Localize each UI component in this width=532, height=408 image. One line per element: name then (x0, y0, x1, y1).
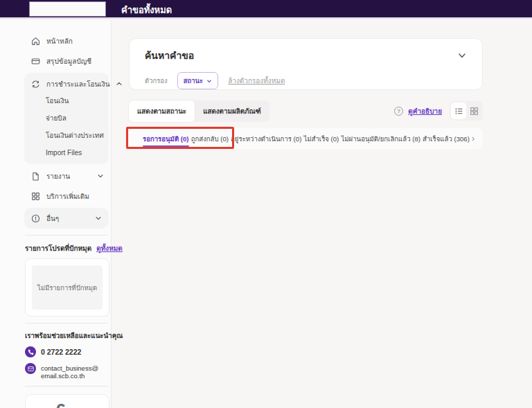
favorites-title: รายการโปรดที่ปักหมุด (25, 243, 91, 254)
sidebar-divider (25, 386, 108, 387)
sidebar-item-payments-transfers[interactable]: การชำระและโอนเงิน (24, 76, 109, 92)
logo-placeholder (29, 1, 106, 17)
tab-unsuccessful[interactable]: ไม่สำเร็จ (0) (303, 128, 339, 149)
status-tabs: รอการอนุมัติ (0) ถูกส่งกลับ (0) อยู่ระหว… (129, 128, 483, 149)
page-title: คำขอทั้งหมด (121, 3, 172, 17)
sidebar-subitem-label: จ่ายบิล (46, 113, 66, 123)
sidebar-subitem-transfer[interactable]: โอนเงิน (24, 92, 109, 109)
sidebar-divider (25, 323, 108, 323)
phone-number: 0 2722 2222 (41, 346, 81, 357)
tab-in-progress[interactable]: อยู่ระหว่างดำเนินการ (0) (231, 128, 301, 149)
phone-contact-row[interactable]: 0 2722 2222 (25, 346, 111, 357)
tab-completed[interactable]: สำเร็จแล้ว (306) (423, 128, 470, 149)
sidebar-nav: หน้าหลัก สรุปข้อมูลบัญชี การชำระและโอนเง… (0, 20, 111, 229)
app-window: คำขอทั้งหมด หน้าหลัก สรุปข้อมูลบัญชี (0, 0, 532, 408)
sidebar-item-label: บริการเพิ่มเติม (46, 191, 89, 202)
status-filter-dropdown[interactable]: สถานะ (177, 72, 218, 89)
report-icon (31, 172, 40, 181)
search-card-title: ค้นหาคำขอ (145, 48, 194, 63)
tab-returned[interactable]: ถูกส่งกลับ (0) (191, 128, 229, 149)
sidebar-item-reports[interactable]: รายงาน (0, 168, 111, 184)
list-view-icon (454, 107, 463, 116)
tabs-overflow-chevron-icon[interactable]: › (472, 134, 475, 143)
view-mode-segmented-control: แสดงตามสถานะ แสดงตามผลิตภัณฑ์ (129, 100, 269, 122)
phone-icon (25, 346, 36, 357)
help-contact-block: เราพร้อมช่วยเหลือและแนะนำคุณ 0 2722 2222… (25, 330, 111, 380)
sidebar-item-label: หน้าหลัก (46, 36, 73, 46)
favorites-card: ไม่มีรายการที่ปักหมุด (25, 258, 109, 317)
collapse-chevron-icon[interactable] (457, 51, 467, 60)
sidebar-item-account-summary[interactable]: สรุปข้อมูลบัญชี (0, 53, 111, 69)
transfer-icon (31, 80, 40, 89)
chevron-down-icon (206, 78, 212, 84)
info-icon (31, 214, 40, 223)
sidebar-item-home[interactable]: หน้าหลัก (0, 33, 111, 49)
sidebar-item-label: รายงาน (46, 171, 70, 181)
list-view-button[interactable] (451, 103, 466, 119)
segment-by-product[interactable]: แสดงตามผลิตภัณฑ์ (195, 100, 269, 122)
layout-toggle-group (450, 101, 483, 121)
services-icon (31, 192, 40, 201)
sidebar-divider (25, 235, 108, 236)
sidebar-subitem-import-files[interactable]: Import Files (24, 144, 109, 161)
chevron-down-icon[interactable] (95, 215, 102, 222)
sidebar-subitem-pay-bill[interactable]: จ่ายบิล (24, 109, 109, 127)
tab-rejected-cancelled[interactable]: ไม่ผ่านอนุมัติ/ยกเลิกแล้ว (8) (341, 128, 420, 149)
view-legend-link[interactable]: ดูคำอธิบาย (408, 106, 442, 116)
favorites-header: รายการโปรดที่ปักหมุด ดูทั้งหมด (25, 243, 111, 254)
sidebar-subitem-label: Import Files (46, 149, 82, 157)
email-address: contact_business@ email.scb.co.th (41, 363, 98, 380)
promo-banner-card[interactable]: € (25, 394, 109, 408)
sidebar-subitem-international-transfer[interactable]: โอนเงินต่างประเทศ (24, 127, 109, 144)
clear-all-filters-link[interactable]: ล้างตัวกรองทั้งหมด (228, 76, 285, 86)
help-heading: เราพร้อมช่วยเหลือและแนะนำคุณ (25, 330, 111, 341)
favorites-empty-state: ไม่มีรายการที่ปักหมุด (32, 265, 103, 310)
sidebar-subitem-label: โอนเงินต่างประเทศ (46, 130, 104, 141)
currency-illustration-icon: € (53, 400, 69, 408)
status-filter-value: สถานะ (184, 76, 203, 86)
filter-label: ตัวกรอง (145, 76, 168, 86)
grid-view-button[interactable] (466, 103, 481, 119)
sidebar: หน้าหลัก สรุปข้อมูลบัญชี การชำระและโอนเง… (0, 20, 112, 408)
sidebar-group-payments: การชำระและโอนเงิน โอนเงิน จ่ายบิล โอนเงิ… (24, 73, 109, 164)
grid-view-icon (470, 107, 479, 116)
email-contact-row[interactable]: contact_business@ email.scb.co.th (25, 363, 111, 380)
results-toolbar: แสดงตามสถานะ แสดงตามผลิตภัณฑ์ ? ดูคำอธิบ… (129, 100, 483, 122)
sidebar-item-others[interactable]: อื่นๆ (24, 208, 109, 229)
sidebar-item-label: สรุปข้อมูลบัญชี (46, 56, 91, 66)
help-icon: ? (394, 107, 403, 116)
tab-pending-approval[interactable]: รอการอนุมัติ (0) (143, 128, 189, 149)
sidebar-item-label: การชำระและโอนเงิน (46, 79, 109, 89)
main-content: ค้นหาคำขอ ตัวกรอง สถานะ ล้างตัวกรองทั้งห… (112, 20, 532, 408)
sidebar-item-label: อื่นๆ (46, 213, 59, 224)
chevron-down-icon[interactable] (97, 172, 104, 179)
search-request-card: ค้นหาคำขอ ตัวกรอง สถานะ ล้างตัวกรองทั้งห… (129, 38, 483, 90)
sidebar-subitem-label: โอนเงิน (46, 96, 69, 106)
home-icon (31, 37, 40, 46)
sidebar-item-more-services[interactable]: บริการเพิ่มเติม (0, 188, 111, 204)
email-icon (25, 363, 36, 374)
top-header-bar: คำขอทั้งหมด (0, 0, 532, 19)
account-summary-icon (31, 57, 40, 66)
segment-by-status[interactable]: แสดงตามสถานะ (129, 100, 195, 122)
